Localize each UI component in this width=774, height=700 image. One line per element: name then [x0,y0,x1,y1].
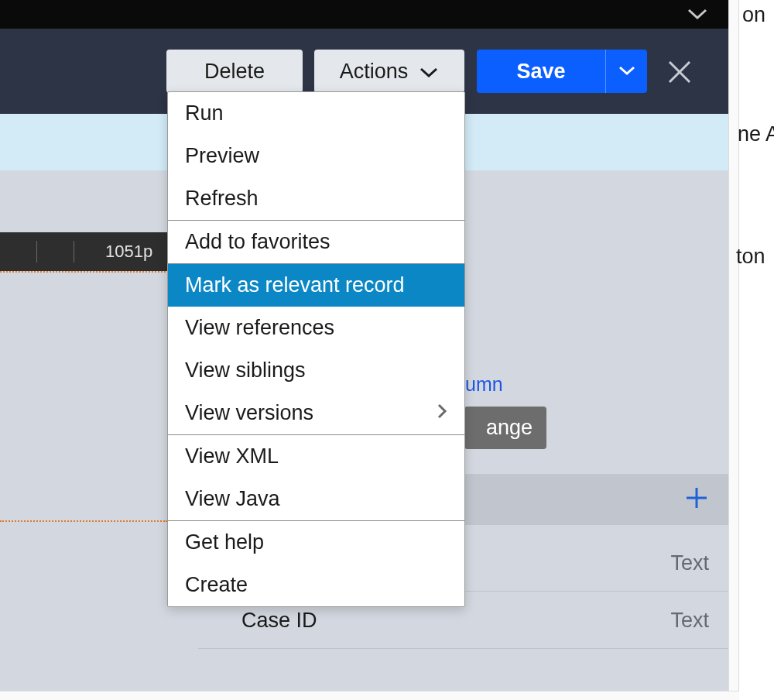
dropdown-item-view-versions[interactable]: View versions [168,392,464,434]
actions-button[interactable]: Actions [314,50,464,93]
ruler-tick [36,241,37,262]
dropdown-item-view-java[interactable]: View Java [168,478,464,520]
list-item-type: Text [670,551,709,575]
dropdown-item-label: Run [185,101,224,125]
change-button-fragment[interactable]: ange [464,407,546,449]
actions-button-label: Actions [340,60,409,84]
dropdown-item-refresh[interactable]: Refresh [168,177,464,220]
delete-button-label: Delete [204,60,265,84]
background-page-fragment: on ne A ton [739,0,774,700]
dropdown-item-preview[interactable]: Preview [168,135,464,177]
text-fragment: on [742,3,765,27]
text-fragment: ton [736,245,765,269]
dropdown-item-get-help[interactable]: Get help [168,521,464,564]
delete-button[interactable]: Delete [166,50,303,93]
plus-icon[interactable] [685,486,708,513]
list-item-label: Case ID [241,609,317,633]
list-item-type: Text [670,609,709,633]
text-fragment: ne A [738,122,774,146]
dropdown-item-label: Get help [185,530,264,554]
dropdown-item-view-references[interactable]: View references [168,307,464,349]
dropdown-item-view-siblings[interactable]: View siblings [168,349,464,392]
chevron-down-icon [419,60,439,84]
ruler-bar: 1051p [0,232,187,271]
chevron-right-icon [437,401,447,425]
dropdown-item-view-xml[interactable]: View XML [168,435,464,478]
dropdown-item-label: View references [185,316,334,340]
top-strip [0,0,734,29]
app-area: Delete Actions Save 1051p [0,0,734,700]
chevron-down-icon[interactable] [686,6,709,25]
save-dropdown-button[interactable] [605,50,647,93]
save-split-button: Save [477,50,647,93]
actions-dropdown: Run Preview Refresh Add to favorites Mar… [167,91,465,607]
dropdown-item-label: View versions [185,401,313,425]
dropdown-item-label: Mark as relevant record [185,273,405,297]
dropdown-item-add-favorites[interactable]: Add to favorites [168,221,464,263]
dropdown-item-label: Preview [185,144,259,168]
horizontal-scrollbar[interactable] [0,691,739,700]
ruler-value: 1051p [105,242,152,262]
dropdown-item-label: Add to favorites [185,230,330,254]
dropdown-item-create[interactable]: Create [168,564,464,606]
dropdown-item-label: View siblings [185,359,306,383]
dropdown-item-label: View Java [185,487,280,511]
dropdown-item-label: Create [185,573,248,597]
dropdown-item-mark-relevant[interactable]: Mark as relevant record [168,264,464,307]
dropdown-item-label: View XML [185,444,279,468]
dropdown-item-run[interactable]: Run [168,92,464,135]
vertical-scrollbar[interactable] [728,0,739,700]
save-button[interactable]: Save [477,50,605,93]
row-separator [198,648,734,649]
guide-line [0,520,167,522]
chevron-down-icon [618,65,636,78]
guide-line [0,271,187,273]
dropdown-item-label: Refresh [185,187,259,211]
close-icon[interactable] [666,58,694,86]
ruler-tick [74,241,74,262]
save-button-label: Save [516,60,565,83]
change-button-label: ange [486,416,533,440]
add-column-link-fragment[interactable]: umn [465,373,503,396]
